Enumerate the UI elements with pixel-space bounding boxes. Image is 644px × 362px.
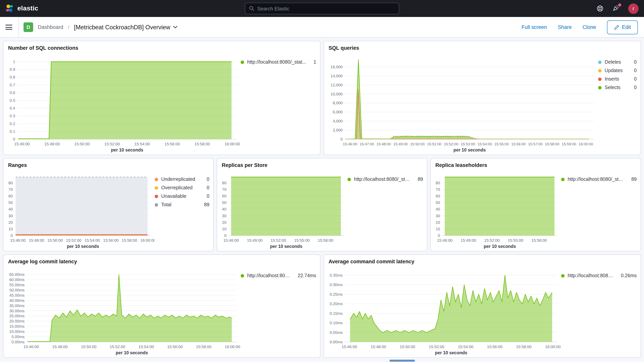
svg-text:15:52:00: 15:52:00 xyxy=(429,344,444,349)
svg-text:20: 20 xyxy=(222,220,226,224)
legend-color-dot xyxy=(155,203,158,206)
svg-text:15:54:00: 15:54:00 xyxy=(138,344,154,349)
svg-text:0.3: 0.3 xyxy=(10,114,15,118)
svg-text:0.10ms: 0.10ms xyxy=(330,320,343,325)
legend-item[interactable]: Updates 0 xyxy=(598,68,637,73)
legend-value: 0.26ms xyxy=(618,273,637,278)
elastic-logo[interactable]: elastic xyxy=(6,4,38,13)
legend-item[interactable]: Underreplicated 0 xyxy=(155,176,210,182)
edit-button[interactable]: Edit xyxy=(607,20,638,34)
svg-text:20.00ms: 20.00ms xyxy=(9,319,24,323)
chart-legend: http://localhost:8080/_sta... 89 xyxy=(561,168,637,250)
search-input[interactable] xyxy=(257,6,395,11)
svg-text:16:00:00: 16:00:00 xyxy=(225,344,240,349)
legend-color-dot xyxy=(598,60,602,64)
legend-item[interactable]: Selects 0 xyxy=(598,85,637,90)
chevron-down-icon[interactable] xyxy=(173,26,177,28)
legend-label: Selects xyxy=(605,85,620,90)
svg-text:40: 40 xyxy=(436,207,440,211)
svg-text:0: 0 xyxy=(13,137,15,141)
svg-text:15:59:00: 15:59:00 xyxy=(562,142,576,146)
svg-text:10: 10 xyxy=(222,227,226,231)
svg-text:55.00ms: 55.00ms xyxy=(9,282,24,287)
svg-text:60: 60 xyxy=(222,194,226,198)
svg-text:10: 10 xyxy=(436,227,440,231)
replicas-per-store-chart[interactable]: 0102030405060708015:46:0015:49:0015:52:0… xyxy=(219,168,348,250)
svg-text:15:46:00: 15:46:00 xyxy=(342,344,357,349)
panel-replicas-per-store: Replicas per Store 0102030405060708015:4… xyxy=(217,158,427,251)
svg-text:40: 40 xyxy=(222,207,226,211)
svg-text:15:56:00: 15:56:00 xyxy=(511,142,526,146)
svg-text:0.05ms: 0.05ms xyxy=(330,330,343,335)
log-commit-latency-chart[interactable]: 0.00ms5.00ms10.00ms15.00ms20.00ms25.00ms… xyxy=(5,264,241,356)
svg-text:0.25ms: 0.25ms xyxy=(330,292,343,296)
pencil-icon xyxy=(614,24,619,30)
legend-item[interactable]: Inserts 0 xyxy=(598,76,637,82)
sql-queries-chart[interactable]: 02,0004,0006,0008,00010,00012,00014,0001… xyxy=(326,51,598,153)
legend-item[interactable]: http://localhost:808... 22.74ms xyxy=(241,273,316,278)
svg-text:0.8: 0.8 xyxy=(10,75,15,79)
page-title-text: [Metricbeat CockroachDB] Overview xyxy=(74,24,170,31)
svg-text:70: 70 xyxy=(8,187,13,192)
svg-text:0.9: 0.9 xyxy=(10,67,15,72)
legend-item[interactable]: http://localhost:8080/_stat... 1 xyxy=(241,59,316,65)
svg-text:15:52:00: 15:52:00 xyxy=(110,344,125,349)
legend-label: http://localhost:8080/_sta... xyxy=(354,176,412,182)
chart-legend: Deletes 0 Updates 0 Inserts 0 xyxy=(598,51,637,153)
svg-text:20: 20 xyxy=(8,220,13,224)
svg-text:15:55:00: 15:55:00 xyxy=(494,142,509,146)
svg-text:16:00:00: 16:00:00 xyxy=(545,344,560,349)
user-avatar[interactable]: r xyxy=(628,3,638,14)
svg-text:15:46:00: 15:46:00 xyxy=(437,238,452,242)
global-search[interactable] xyxy=(245,3,399,14)
panel-number-of-sql-connections: Number of SQL connections 00.10.20.30.40… xyxy=(3,41,320,155)
full-screen-link[interactable]: Full screen xyxy=(522,24,547,30)
clone-link[interactable]: Clone xyxy=(582,24,596,30)
legend-label: http://localhost:8080/_stat... xyxy=(247,59,306,65)
command-commit-latency-chart[interactable]: 0.00ms0.05ms0.10ms0.15ms0.20ms0.25ms0.30… xyxy=(326,264,561,356)
newsfeed-icon[interactable] xyxy=(612,4,620,13)
svg-text:15:47:00: 15:47:00 xyxy=(360,142,374,146)
legend-item[interactable]: Overreplicated 0 xyxy=(155,185,210,190)
panel-ranges: Ranges 0102030405060708015:46:0015:48:00… xyxy=(3,158,214,251)
svg-text:16:00:00: 16:00:00 xyxy=(140,238,155,242)
legend-item[interactable]: Unavailable 0 xyxy=(155,194,210,199)
svg-text:0.4: 0.4 xyxy=(10,106,15,110)
svg-text:0: 0 xyxy=(340,137,343,141)
breadcrumb-dashboard[interactable]: Dashboard xyxy=(38,24,63,30)
svg-text:0: 0 xyxy=(10,233,13,238)
help-icon[interactable] xyxy=(596,4,604,13)
toolbar-actions: Full screen Share Clone Edit xyxy=(522,20,644,34)
legend-label: Updates xyxy=(605,68,622,73)
legend-value: 1 xyxy=(310,59,316,65)
svg-text:15:58:00: 15:58:00 xyxy=(196,344,211,349)
svg-text:15:46:00: 15:46:00 xyxy=(343,142,357,146)
svg-text:2,000: 2,000 xyxy=(333,128,343,132)
legend-item[interactable]: http://localhost:8080/_sta... 89 xyxy=(561,176,637,182)
menu-icon[interactable] xyxy=(6,25,12,30)
svg-text:10: 10 xyxy=(8,227,13,231)
svg-text:15:48:00: 15:48:00 xyxy=(44,142,60,146)
replica-leaseholders-chart[interactable]: 0102030405060708015:46:0015:49:0015:52:0… xyxy=(432,168,561,250)
svg-text:15:46:00: 15:46:00 xyxy=(14,142,30,146)
svg-text:15:56:00: 15:56:00 xyxy=(487,344,502,349)
svg-text:15:46:00: 15:46:00 xyxy=(224,238,239,242)
svg-text:0.00ms: 0.00ms xyxy=(12,340,25,344)
legend-item[interactable]: http://localhost:8080... 0.26ms xyxy=(561,273,637,278)
legend-item[interactable]: http://localhost:8080/_sta... 89 xyxy=(348,176,423,182)
sql-connections-chart[interactable]: 00.10.20.30.40.50.60.70.80.9115:46:0015:… xyxy=(5,51,241,153)
horizontal-scrollbar-thumb[interactable] xyxy=(390,360,415,362)
svg-text:15:50:00: 15:50:00 xyxy=(81,344,96,349)
panel-average-command-commit-latency: Average command commit latency 0.00ms0.0… xyxy=(324,254,641,358)
svg-text:4,000: 4,000 xyxy=(333,119,343,123)
legend-label: Total xyxy=(161,202,172,208)
svg-text:50: 50 xyxy=(436,200,440,205)
ranges-chart[interactable]: 0102030405060708015:46:0015:48:0015:50:0… xyxy=(5,168,155,250)
dashboard-toolbar: D Dashboard / [Metricbeat CockroachDB] O… xyxy=(0,17,644,38)
legend-item[interactable]: Total 89 xyxy=(155,202,210,208)
legend-color-dot xyxy=(155,186,158,190)
svg-text:15:46:00: 15:46:00 xyxy=(10,238,26,242)
svg-text:15:50:00: 15:50:00 xyxy=(74,142,90,146)
legend-item[interactable]: Deletes 0 xyxy=(598,59,637,65)
share-link[interactable]: Share xyxy=(558,24,572,30)
